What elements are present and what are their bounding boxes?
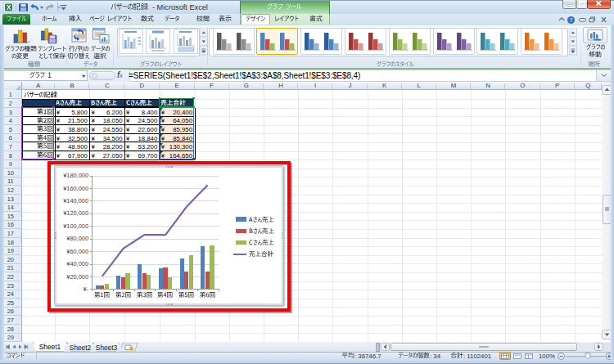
svg-text:?: ? xyxy=(570,17,573,23)
